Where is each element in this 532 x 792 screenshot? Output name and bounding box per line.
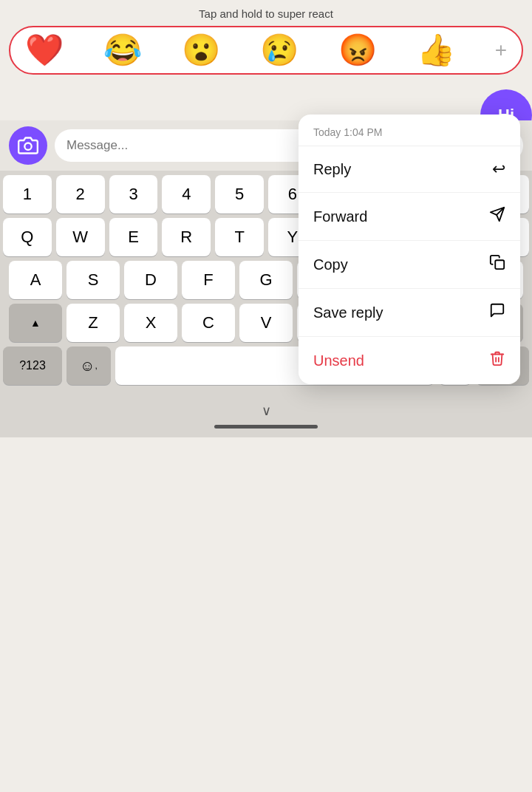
reply-label: Reply: [313, 161, 351, 178]
key-e[interactable]: E: [109, 218, 158, 256]
emoji-key[interactable]: ☺,: [66, 346, 111, 385]
context-menu-copy[interactable]: Copy: [299, 241, 520, 289]
key-t[interactable]: T: [215, 218, 264, 256]
key-q[interactable]: Q: [3, 218, 52, 256]
key-v[interactable]: V: [239, 304, 293, 342]
key-c[interactable]: C: [182, 304, 235, 342]
copy-icon: [489, 254, 505, 275]
angry-emoji[interactable]: 😡: [338, 35, 377, 66]
key-g[interactable]: G: [239, 261, 293, 299]
context-menu-reply[interactable]: Reply ↩: [299, 146, 520, 193]
key-3[interactable]: 3: [109, 175, 158, 214]
svg-point-0: [24, 143, 31, 150]
context-menu-unsend[interactable]: Unsend: [299, 337, 520, 384]
key-x[interactable]: X: [124, 304, 177, 342]
key-4[interactable]: 4: [162, 175, 211, 214]
key-2[interactable]: 2: [56, 175, 105, 214]
unsend-label: Unsend: [313, 352, 364, 369]
thumbs-up-emoji[interactable]: 👍: [417, 35, 455, 66]
svg-rect-3: [495, 260, 504, 269]
key-z[interactable]: Z: [66, 304, 120, 342]
cry-emoji[interactable]: 😢: [260, 35, 299, 66]
home-indicator: [214, 425, 318, 429]
super-react-hint: Tap and hold to super react: [0, 0, 532, 26]
number-switch-key[interactable]: ?123: [3, 346, 62, 385]
forward-label: Forward: [313, 208, 367, 225]
key-f[interactable]: F: [182, 261, 235, 299]
laugh-emoji[interactable]: 😂: [103, 35, 142, 66]
shift-key[interactable]: ▲: [9, 304, 62, 342]
more-reactions-button[interactable]: +: [495, 38, 507, 62]
forward-icon: [489, 206, 505, 227]
unsend-icon: [489, 350, 505, 371]
wow-emoji[interactable]: 😮: [182, 35, 220, 66]
camera-button[interactable]: [9, 126, 47, 165]
copy-label: Copy: [313, 256, 348, 273]
heart-emoji[interactable]: ❤️: [25, 35, 64, 66]
reply-icon: ↩: [492, 160, 505, 179]
save-reply-icon: [489, 302, 505, 323]
home-indicator-area: [0, 425, 532, 437]
context-menu: Today 1:04 PM Reply ↩ Forward Copy Save …: [299, 115, 520, 384]
context-menu-timestamp: Today 1:04 PM: [299, 115, 520, 146]
key-r[interactable]: R: [162, 218, 211, 256]
save-reply-label: Save reply: [313, 304, 383, 321]
key-d[interactable]: D: [124, 261, 177, 299]
bottom-bar: ∨: [0, 392, 532, 425]
emoji-reaction-bar[interactable]: ❤️ 😂 😮 😢 😡 👍 +: [9, 26, 523, 75]
key-a[interactable]: A: [9, 261, 62, 299]
key-w[interactable]: W: [56, 218, 105, 256]
key-5[interactable]: 5: [215, 175, 264, 214]
key-1[interactable]: 1: [3, 175, 52, 214]
chevron-down-icon[interactable]: ∨: [262, 403, 271, 419]
camera-icon: [18, 135, 38, 156]
context-menu-save-reply[interactable]: Save reply: [299, 289, 520, 337]
key-s[interactable]: S: [66, 261, 120, 299]
context-menu-forward[interactable]: Forward: [299, 193, 520, 241]
